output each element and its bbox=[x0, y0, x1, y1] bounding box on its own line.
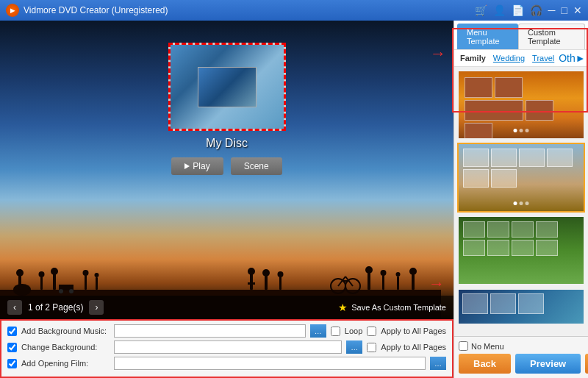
loop-checkbox[interactable] bbox=[331, 327, 340, 336]
cat-family-tab[interactable]: Family bbox=[457, 52, 489, 64]
t3-thumb-5 bbox=[463, 240, 485, 256]
dot-1 bbox=[514, 129, 517, 132]
app-logo: ▶ bbox=[6, 4, 19, 17]
titlebar: ▶ Vidmore DVD Creator (Unregistered) 🛒 👤… bbox=[0, 0, 588, 21]
pagination-bar: ‹ 1 of 2 Page(s) › ★ Save As Custom Temp… bbox=[0, 296, 453, 319]
svg-point-19 bbox=[262, 269, 270, 277]
svg-rect-20 bbox=[279, 277, 282, 290]
cat-travel-tab[interactable]: Travel bbox=[529, 52, 557, 64]
apply-all-pages-label: Apply to All Pages bbox=[381, 327, 446, 335]
opening-film-browse-button[interactable]: … bbox=[430, 357, 446, 370]
bg-music-label: Add Background Music: bbox=[21, 327, 110, 335]
svg-point-28 bbox=[365, 266, 373, 274]
svg-point-10 bbox=[69, 289, 74, 293]
scene-button[interactable]: Scene bbox=[231, 157, 282, 175]
bg-music-input[interactable] bbox=[114, 324, 306, 338]
svg-point-21 bbox=[278, 271, 284, 277]
t4-thumb-1 bbox=[462, 293, 488, 314]
no-menu-option: No Menu bbox=[459, 341, 578, 351]
svg-point-9 bbox=[59, 289, 63, 293]
preview-button[interactable]: Preview bbox=[515, 354, 581, 374]
svg-point-7 bbox=[51, 268, 58, 275]
file-icon[interactable]: 📄 bbox=[512, 4, 524, 16]
svg-point-1 bbox=[13, 284, 31, 296]
t1-thumb-4 bbox=[526, 100, 553, 121]
cat-more-tab[interactable]: Oth► bbox=[559, 52, 585, 64]
template-3-bg bbox=[459, 217, 584, 284]
scene-label: Scene bbox=[244, 161, 269, 171]
main-container: My Disc Play Scene ‹ 1 of 2 Page(s) › ★ … bbox=[0, 21, 588, 378]
t1-thumb-1 bbox=[465, 77, 492, 98]
shop-icon[interactable]: 🛒 bbox=[475, 4, 487, 16]
next-page-button[interactable]: › bbox=[89, 300, 104, 315]
change-bg-checkbox[interactable] bbox=[7, 343, 17, 352]
t2-thumb-5 bbox=[463, 169, 489, 188]
opening-film-input[interactable] bbox=[114, 357, 426, 370]
svg-rect-15 bbox=[250, 274, 253, 290]
prev-page-button[interactable]: ‹ bbox=[7, 300, 22, 315]
change-bg-input[interactable] bbox=[114, 340, 342, 354]
save-template-button[interactable]: ★ Save As Custom Template bbox=[338, 302, 446, 313]
svg-rect-11 bbox=[85, 275, 87, 290]
page-navigation: ‹ 1 of 2 Page(s) › bbox=[7, 300, 104, 315]
template-bottom-area: No Menu Back Preview Burn bbox=[454, 336, 588, 378]
headset-icon[interactable]: 🎧 bbox=[530, 4, 542, 16]
svg-point-16 bbox=[248, 268, 255, 275]
t2-thumb-3 bbox=[519, 149, 545, 167]
t2-dot-3 bbox=[526, 202, 529, 205]
template-item-2[interactable] bbox=[457, 143, 585, 213]
svg-point-34 bbox=[409, 268, 417, 275]
apply-all-checkbox2[interactable] bbox=[367, 343, 376, 352]
close-button[interactable]: ✕ bbox=[573, 4, 582, 16]
play-icon bbox=[184, 163, 190, 169]
bg-music-browse-button[interactable]: … bbox=[310, 324, 326, 338]
no-menu-label: No Menu bbox=[471, 342, 504, 351]
template-item-3[interactable] bbox=[457, 215, 585, 285]
dot-2 bbox=[520, 129, 523, 132]
t2-thumb-4 bbox=[547, 149, 573, 167]
svg-point-12 bbox=[83, 270, 89, 276]
t1-thumb-2 bbox=[495, 77, 523, 98]
template-item-4[interactable] bbox=[457, 288, 585, 325]
maximize-button[interactable]: □ bbox=[562, 4, 567, 16]
svg-rect-31 bbox=[397, 277, 399, 290]
t3-thumb-6 bbox=[487, 240, 509, 256]
t3-thumb-7 bbox=[512, 240, 534, 256]
t1-dots bbox=[514, 129, 529, 132]
t2-dot-1 bbox=[514, 202, 517, 205]
loop-label: Loop bbox=[345, 327, 362, 335]
back-button[interactable]: Back bbox=[459, 354, 511, 374]
play-label: Play bbox=[193, 161, 209, 171]
t4-thumb-2 bbox=[490, 293, 516, 314]
svg-point-3 bbox=[16, 269, 24, 277]
apply-all-pages-checkbox[interactable] bbox=[367, 327, 376, 336]
change-bg-label: Change Background: bbox=[21, 343, 110, 352]
t3-thumb-8 bbox=[536, 240, 558, 256]
burn-button[interactable]: Burn bbox=[585, 354, 588, 374]
svg-rect-2 bbox=[18, 275, 21, 290]
preview-area: My Disc Play Scene bbox=[0, 21, 453, 175]
disc-buttons: Play Scene bbox=[171, 157, 282, 175]
svg-rect-18 bbox=[265, 275, 268, 290]
bg-music-checkbox[interactable] bbox=[7, 327, 17, 336]
apply-all-label2: Apply to All Pages bbox=[381, 343, 446, 352]
play-button[interactable]: Play bbox=[171, 157, 223, 175]
svg-rect-29 bbox=[382, 275, 384, 290]
no-menu-checkbox[interactable] bbox=[459, 341, 468, 351]
minimize-button[interactable]: ─ bbox=[548, 4, 556, 16]
custom-template-tab[interactable]: Custom Template bbox=[518, 24, 585, 49]
t3-thumb-2 bbox=[487, 221, 509, 238]
template-item-1[interactable] bbox=[457, 70, 585, 140]
save-template-label: Save As Custom Template bbox=[351, 303, 446, 312]
arrow-to-templates: → bbox=[430, 44, 446, 63]
menu-template-tab[interactable]: Menu Template bbox=[457, 24, 518, 49]
opening-film-checkbox[interactable] bbox=[7, 359, 17, 368]
user-icon[interactable]: 👤 bbox=[493, 4, 506, 16]
templates-list bbox=[454, 67, 588, 336]
change-bg-browse-button[interactable]: … bbox=[346, 340, 362, 354]
template-panel: Menu Template Custom Template Family Wed… bbox=[453, 21, 588, 378]
svg-rect-27 bbox=[368, 272, 370, 290]
svg-point-30 bbox=[381, 270, 387, 276]
cat-wedding-tab[interactable]: Wedding bbox=[490, 52, 528, 64]
action-buttons: Back Preview Burn bbox=[459, 354, 584, 374]
